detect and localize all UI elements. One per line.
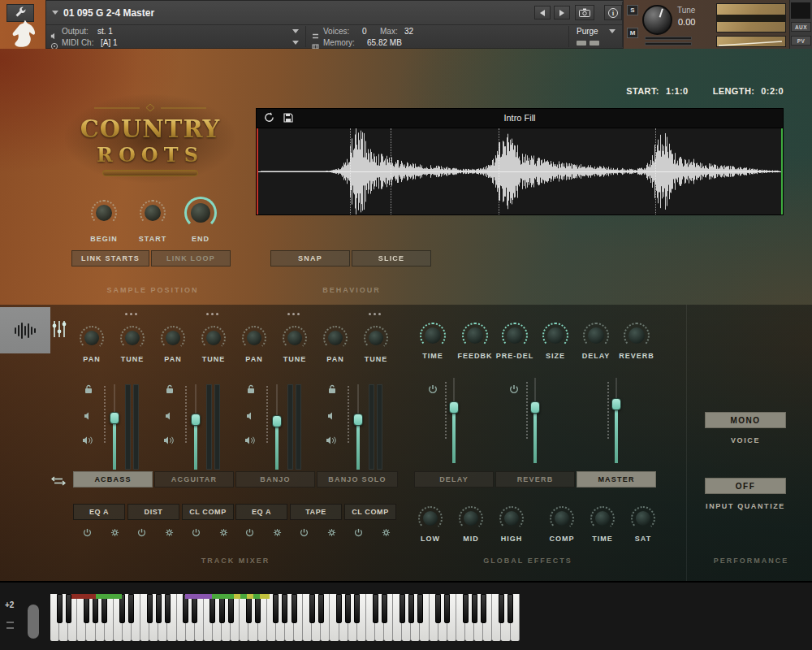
volume-max-icon[interactable] xyxy=(82,433,93,448)
keyboard-scrollbar-handle[interactable] xyxy=(28,604,39,639)
bus-tab-reverb[interactable]: REVERB xyxy=(495,471,575,488)
insert-power-button[interactable] xyxy=(137,526,146,540)
fx-size-knob[interactable] xyxy=(542,323,568,349)
black-key[interactable] xyxy=(408,594,414,623)
black-key[interactable] xyxy=(463,594,469,623)
black-key[interactable] xyxy=(481,594,486,623)
sample-name[interactable]: Intro Fill xyxy=(257,113,783,123)
insert-power-button[interactable] xyxy=(245,526,254,540)
black-key[interactable] xyxy=(273,594,279,623)
end-knob[interactable] xyxy=(184,197,217,229)
bus-tab-master[interactable]: MASTER xyxy=(577,471,656,488)
insert-gear-icon[interactable] xyxy=(110,526,119,540)
insert-power-button[interactable] xyxy=(300,526,309,540)
start-readout-value[interactable]: 1:1:0 xyxy=(666,86,689,96)
slice-marker[interactable] xyxy=(499,128,499,214)
fx-time-knob[interactable] xyxy=(420,323,446,349)
tune-knob[interactable] xyxy=(120,326,145,350)
keyboard-scroll-right-button[interactable] xyxy=(6,627,14,629)
mute-button[interactable]: M xyxy=(627,28,638,38)
channel-options-dots[interactable] xyxy=(206,313,218,315)
tune-knob[interactable] xyxy=(364,326,388,350)
black-key[interactable] xyxy=(435,594,441,623)
channel-volume-slider[interactable] xyxy=(190,384,201,470)
volume-min-icon[interactable] xyxy=(84,409,93,423)
lock-icon[interactable] xyxy=(247,383,255,397)
delay-level-slider[interactable] xyxy=(448,378,460,463)
track-tab-banjo-solo[interactable]: BANJO SOLO xyxy=(317,471,398,488)
snapshot-camera-button[interactable] xyxy=(575,5,594,20)
solo-button[interactable]: S xyxy=(627,5,638,15)
midi-dropdown-chevron-icon[interactable] xyxy=(292,41,299,45)
track-tab-banjo[interactable]: BANJO xyxy=(235,471,315,488)
octave-shift-value[interactable]: +2 xyxy=(5,600,14,609)
output-value[interactable]: st. 1 xyxy=(97,27,113,36)
delay-power-button[interactable] xyxy=(428,383,438,397)
black-key[interactable] xyxy=(156,594,162,623)
link-starts-button[interactable]: LINK STARTS xyxy=(71,250,149,266)
insert-gear-icon[interactable] xyxy=(273,526,282,540)
black-key[interactable] xyxy=(282,594,287,623)
channel-options-dots[interactable] xyxy=(369,313,381,315)
insert-slot-3[interactable]: CL COMP xyxy=(182,504,234,520)
black-key[interactable] xyxy=(345,594,351,623)
pan-knob[interactable] xyxy=(242,326,266,350)
insert-power-button[interactable] xyxy=(192,526,201,540)
keyboard-keys[interactable] xyxy=(50,594,520,641)
insert-gear-icon[interactable] xyxy=(165,526,174,540)
info-button[interactable] xyxy=(604,5,622,20)
insert-slot-4[interactable]: EQ A xyxy=(235,504,287,520)
black-key[interactable] xyxy=(147,594,153,623)
reverb-level-slider[interactable] xyxy=(529,378,541,463)
insert-power-button[interactable] xyxy=(354,526,363,540)
black-key[interactable] xyxy=(57,594,63,623)
start-knob[interactable] xyxy=(140,200,166,226)
global-high-knob[interactable] xyxy=(499,506,524,531)
output-dropdown-chevron-icon[interactable] xyxy=(292,29,299,33)
black-key[interactable] xyxy=(309,594,315,623)
black-key[interactable] xyxy=(444,594,450,623)
insert-slot-5[interactable]: TAPE xyxy=(290,504,342,520)
purge-dropdown-chevron-icon[interactable] xyxy=(609,29,615,33)
black-key[interactable] xyxy=(292,594,297,623)
sample-start-marker[interactable] xyxy=(257,128,258,214)
black-key[interactable] xyxy=(508,594,513,623)
insert-power-button[interactable] xyxy=(83,526,92,540)
pan-knob[interactable] xyxy=(80,326,104,350)
black-key[interactable] xyxy=(382,594,387,623)
channel-volume-slider[interactable] xyxy=(352,384,364,470)
track-tab-acguitar[interactable]: ACGUITAR xyxy=(154,471,234,488)
channel-options-dots[interactable] xyxy=(125,313,137,315)
slice-marker[interactable] xyxy=(350,128,351,214)
black-key[interactable] xyxy=(373,594,378,623)
black-key[interactable] xyxy=(336,594,342,623)
begin-knob[interactable] xyxy=(91,200,117,226)
fx-delay-send-knob[interactable] xyxy=(583,323,609,349)
lock-icon[interactable] xyxy=(84,383,93,397)
global-sat-knob[interactable] xyxy=(631,506,655,531)
black-key[interactable] xyxy=(66,594,71,623)
tune-value[interactable]: 0.00 xyxy=(678,17,695,27)
insert-slot-2[interactable]: DIST xyxy=(127,504,179,520)
black-key[interactable] xyxy=(472,594,477,623)
fx-reverb-send-knob[interactable] xyxy=(624,323,650,349)
black-key[interactable] xyxy=(318,594,324,623)
master-volume-knob[interactable] xyxy=(642,5,672,35)
purge-menu[interactable]: Purge xyxy=(577,27,598,36)
pan-knob[interactable] xyxy=(161,326,185,350)
insert-slot-1[interactable]: EQ A xyxy=(73,504,125,520)
bus-tab-delay[interactable]: DELAY xyxy=(414,471,494,488)
snap-button[interactable]: SNAP xyxy=(270,250,350,266)
slice-button[interactable]: SLICE xyxy=(352,250,431,266)
reverb-power-button[interactable] xyxy=(509,383,519,397)
black-key[interactable] xyxy=(165,594,171,623)
page-tab-mixer[interactable] xyxy=(51,319,67,342)
length-readout-value[interactable]: 0:2:0 xyxy=(761,86,784,96)
channel-volume-slider[interactable] xyxy=(109,384,120,470)
black-key[interactable] xyxy=(354,594,360,623)
fx-predelay-knob[interactable] xyxy=(502,323,528,349)
insert-gear-icon[interactable] xyxy=(219,526,228,540)
volume-min-icon[interactable] xyxy=(246,409,256,423)
slice-marker[interactable] xyxy=(655,128,656,214)
channel-volume-slider[interactable] xyxy=(271,384,283,470)
